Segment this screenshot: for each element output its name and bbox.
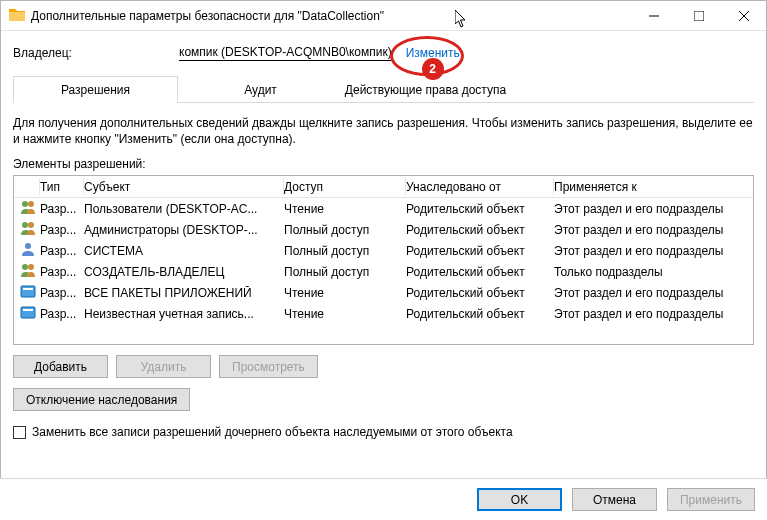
cell-subject: Пользователи (DESKTOP-AC... [84,202,284,216]
dialog-footer: OK Отмена Применить [0,478,767,520]
svg-point-7 [28,222,34,228]
svg-point-6 [22,222,28,228]
cell-subject: Администраторы (DESKTOP-... [84,223,284,237]
hdr-type[interactable]: Тип [40,178,84,195]
window-title: Дополнительные параметры безопасности дл… [31,9,631,23]
table-row[interactable]: Разр...СОЗДАТЕЛЬ-ВЛАДЕЛЕЦПолный доступРо… [14,261,753,282]
remove-button[interactable]: Удалить [116,355,211,378]
cell-applies: Этот раздел и его подразделы [554,286,747,300]
hdr-access[interactable]: Доступ [284,178,406,195]
cell-inherited: Родительский объект [406,244,554,258]
tab-audit[interactable]: Аудит [178,76,343,103]
cell-applies: Этот раздел и его подразделы [554,202,747,216]
cell-access: Полный доступ [284,244,406,258]
tab-permissions[interactable]: Разрешения [13,76,178,103]
tab-strip: Разрешения Аудит Действующие права досту… [13,75,754,103]
cancel-button[interactable]: Отмена [572,488,657,511]
section-label: Элементы разрешений: [13,157,754,171]
svg-point-9 [22,264,28,270]
table-row[interactable]: Разр...Пользователи (DESKTOP-AC...Чтение… [14,198,753,219]
svg-rect-11 [21,286,35,297]
folder-icon [9,7,25,24]
table-row[interactable]: Разр...ВСЕ ПАКЕТЫ ПРИЛОЖЕНИЙЧтениеРодите… [14,282,753,303]
close-button[interactable] [721,1,766,30]
cell-type: Разр... [40,223,84,237]
cell-access: Полный доступ [284,223,406,237]
permissions-list[interactable]: Тип Субъект Доступ Унаследовано от Приме… [13,175,754,345]
change-owner-link[interactable]: Изменить 2 [406,46,460,60]
table-row[interactable]: Разр...СИСТЕМАПолный доступРодительский … [14,240,753,261]
principal-icon [20,262,40,281]
apply-button[interactable]: Применить [667,488,755,511]
svg-point-10 [28,264,34,270]
cell-access: Чтение [284,286,406,300]
owner-value: компик (DESKTOP-ACQMNB0\компик) [179,45,392,61]
hdr-subject[interactable]: Субъект [84,178,284,195]
list-buttons: Добавить Удалить Просмотреть [13,355,754,378]
svg-point-5 [28,201,34,207]
cell-inherited: Родительский объект [406,307,554,321]
cell-subject: СИСТЕМА [84,244,284,258]
owner-row: Владелец: компик (DESKTOP-ACQMNB0\компик… [13,45,754,61]
table-row[interactable]: Разр...Неизвестная учетная запись...Чтен… [14,303,753,324]
add-button[interactable]: Добавить [13,355,108,378]
replace-checkbox-label: Заменить все записи разрешений дочернего… [32,425,513,439]
principal-icon [20,283,40,302]
svg-rect-1 [694,11,704,21]
hdr-applies[interactable]: Применяется к [554,178,747,195]
title-bar: Дополнительные параметры безопасности дл… [1,1,766,31]
svg-point-4 [22,201,28,207]
change-owner-text: Изменить [406,46,460,60]
replace-checkbox-row: Заменить все записи разрешений дочернего… [13,425,754,439]
cell-inherited: Родительский объект [406,265,554,279]
dialog-content: Владелец: компик (DESKTOP-ACQMNB0\компик… [1,31,766,449]
svg-rect-14 [23,309,33,311]
cell-type: Разр... [40,307,84,321]
window-buttons [631,1,766,30]
svg-point-8 [25,243,31,249]
view-button[interactable]: Просмотреть [219,355,318,378]
inheritance-buttons: Отключение наследования [13,388,754,411]
svg-rect-12 [23,288,33,290]
principal-icon [20,304,40,323]
cell-access: Чтение [284,202,406,216]
owner-label: Владелец: [13,46,179,60]
cell-inherited: Родительский объект [406,202,554,216]
ok-button[interactable]: OK [477,488,562,511]
cell-applies: Только подразделы [554,265,747,279]
cell-applies: Этот раздел и его подразделы [554,307,747,321]
cell-applies: Этот раздел и его подразделы [554,223,747,237]
replace-checkbox[interactable] [13,426,26,439]
disable-inheritance-button[interactable]: Отключение наследования [13,388,190,411]
instructions-text: Для получения дополнительных сведений дв… [13,115,754,147]
cell-type: Разр... [40,244,84,258]
hdr-inherited[interactable]: Унаследовано от [406,178,554,195]
minimize-button[interactable] [631,1,676,30]
cell-type: Разр... [40,286,84,300]
cell-applies: Этот раздел и его подразделы [554,244,747,258]
cell-access: Чтение [284,307,406,321]
svg-rect-13 [21,307,35,318]
list-header[interactable]: Тип Субъект Доступ Унаследовано от Приме… [14,176,753,198]
principal-icon [20,220,40,239]
cell-subject: СОЗДАТЕЛЬ-ВЛАДЕЛЕЦ [84,265,284,279]
principal-icon [20,241,40,260]
cell-access: Полный доступ [284,265,406,279]
table-row[interactable]: Разр...Администраторы (DESKTOP-...Полный… [14,219,753,240]
cell-subject: ВСЕ ПАКЕТЫ ПРИЛОЖЕНИЙ [84,286,284,300]
cell-subject: Неизвестная учетная запись... [84,307,284,321]
cell-type: Разр... [40,202,84,216]
cell-inherited: Родительский объект [406,286,554,300]
maximize-button[interactable] [676,1,721,30]
tab-effective-access[interactable]: Действующие права доступа [343,76,508,103]
cell-type: Разр... [40,265,84,279]
cell-inherited: Родительский объект [406,223,554,237]
principal-icon [20,199,40,218]
